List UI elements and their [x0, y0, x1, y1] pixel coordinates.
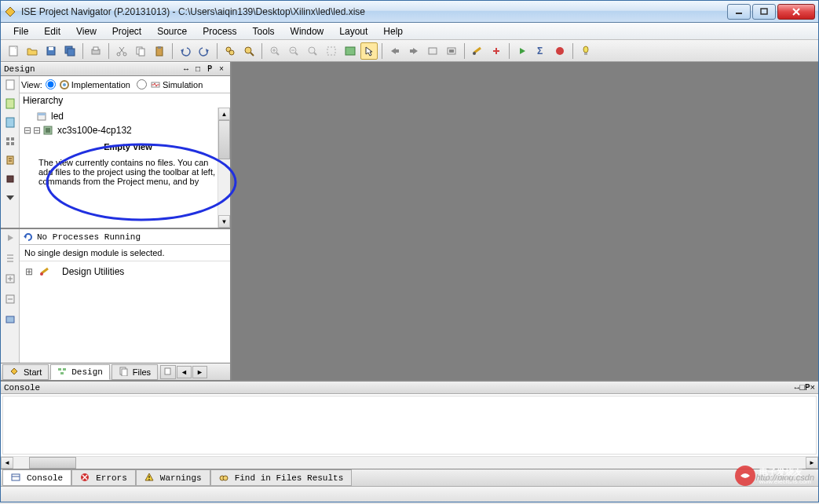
- panel-autohide-icon[interactable]: ₱: [204, 64, 215, 75]
- console-tab[interactable]: Console: [2, 469, 71, 486]
- svg-marker-86: [11, 368, 17, 374]
- save-button[interactable]: [42, 42, 60, 60]
- console-output[interactable]: [2, 396, 817, 455]
- scroll-thumb[interactable]: [218, 120, 230, 159]
- design-utilities-row[interactable]: ⊞ Design Utilities: [24, 265, 225, 279]
- tab-prev-icon[interactable]: ◄: [177, 366, 192, 378]
- goto-button[interactable]: [424, 42, 441, 60]
- zoom-fit-button[interactable]: [304, 42, 321, 60]
- maximize-button[interactable]: [752, 4, 776, 20]
- menu-window[interactable]: Window: [283, 24, 332, 38]
- proc-view-icon[interactable]: [3, 312, 17, 327]
- start-tab[interactable]: Start: [2, 364, 49, 380]
- undo-button[interactable]: [177, 42, 194, 60]
- device-name: xc3s100e-4cp132: [57, 125, 132, 136]
- panel-float-icon[interactable]: □: [192, 64, 203, 75]
- files-tab[interactable]: Files: [112, 364, 158, 380]
- panel-dock-left-icon[interactable]: ↔: [181, 64, 192, 75]
- copy-button[interactable]: [132, 42, 149, 60]
- run-button[interactable]: [514, 42, 531, 60]
- svg-point-47: [473, 52, 476, 55]
- implementation-radio[interactable]: [46, 79, 56, 89]
- hierarchy-tree[interactable]: led ⊟ ⊟ xc3s100e-4cp132 Empty View The v…: [20, 108, 230, 228]
- warnings-tab[interactable]: Warnings: [136, 469, 210, 486]
- print-button[interactable]: [87, 42, 104, 60]
- close-button[interactable]: [777, 4, 815, 20]
- proc-expand-icon[interactable]: [3, 272, 17, 286]
- scroll-down-button[interactable]: ▼: [218, 215, 230, 228]
- simulation-label: Simulation: [163, 80, 203, 89]
- new-source-icon[interactable]: [3, 97, 17, 111]
- menu-source[interactable]: Source: [149, 24, 195, 38]
- pan-button[interactable]: [342, 42, 359, 60]
- cut-button[interactable]: [113, 42, 130, 60]
- new-button[interactable]: [5, 42, 22, 60]
- stop-button[interactable]: [551, 42, 569, 60]
- design-tab[interactable]: Design: [50, 364, 110, 380]
- chip-icon[interactable]: [3, 172, 17, 186]
- run-proc-icon[interactable]: [3, 231, 17, 245]
- proc-collapse-icon[interactable]: [3, 292, 17, 306]
- pointer-button[interactable]: [360, 42, 378, 60]
- source-icon[interactable]: [3, 78, 17, 92]
- expand-icon[interactable]: [3, 191, 17, 205]
- menu-layout[interactable]: Layout: [331, 24, 375, 38]
- save-all-button[interactable]: [61, 42, 79, 60]
- console-dock-icon[interactable]: ↔: [795, 383, 800, 393]
- console-scrollbar[interactable]: ◄ ►: [1, 456, 818, 469]
- panel-close-icon[interactable]: ×: [216, 64, 227, 75]
- redo-button[interactable]: [196, 42, 213, 60]
- strategy-button[interactable]: [488, 42, 505, 60]
- tab-next-icon[interactable]: ►: [192, 366, 207, 378]
- warning-icon: [144, 473, 155, 484]
- menu-edit[interactable]: Edit: [36, 24, 68, 38]
- window-titlebar: ISE Project Navigator (P.20131013) - C:\…: [1, 1, 818, 23]
- find-button[interactable]: [221, 42, 239, 60]
- svg-marker-66: [6, 195, 14, 200]
- menu-project[interactable]: Project: [104, 24, 149, 38]
- svg-rect-61: [11, 142, 14, 145]
- tree-device-row[interactable]: ⊟ ⊟ xc3s100e-4cp132: [23, 123, 227, 137]
- zoom-out-button[interactable]: [285, 42, 302, 60]
- find-results-tab[interactable]: Find in Files Results: [210, 469, 353, 486]
- svg-marker-39: [366, 47, 372, 56]
- simulation-radio[interactable]: [137, 79, 147, 89]
- menu-view[interactable]: View: [68, 24, 104, 38]
- implement-button[interactable]: Σ: [532, 42, 550, 60]
- svg-rect-10: [68, 49, 75, 56]
- constraints-icon[interactable]: [3, 153, 17, 167]
- svg-rect-93: [12, 474, 20, 480]
- hierarchy-scrollbar[interactable]: ▲ ▼: [218, 108, 230, 228]
- menu-help[interactable]: Help: [375, 24, 411, 38]
- menu-process[interactable]: Process: [195, 24, 244, 38]
- menu-file[interactable]: File: [5, 24, 36, 38]
- tree-project-row[interactable]: led: [23, 109, 227, 123]
- grid-icon[interactable]: [3, 134, 17, 148]
- find-files-button[interactable]: [240, 42, 258, 60]
- minimize-button[interactable]: [727, 4, 751, 20]
- tab-more-icon[interactable]: [160, 365, 176, 379]
- back-button[interactable]: [386, 42, 404, 60]
- open-button[interactable]: [24, 42, 41, 60]
- add-source-icon[interactable]: [3, 115, 17, 130]
- svg-rect-49: [495, 48, 497, 54]
- console-autohide-icon[interactable]: ₱: [805, 382, 810, 393]
- errors-tab[interactable]: Errors: [71, 469, 136, 486]
- scroll-up-button[interactable]: ▲: [218, 108, 230, 120]
- svg-marker-50: [520, 48, 525, 54]
- bookmark-button[interactable]: [443, 42, 460, 60]
- zoom-in-button[interactable]: [266, 42, 283, 60]
- menu-tools[interactable]: Tools: [245, 24, 283, 38]
- scroll-left-button[interactable]: ◄: [1, 457, 13, 469]
- help-button[interactable]: [577, 42, 594, 60]
- process-tree[interactable]: ⊞ Design Utilities: [20, 261, 230, 282]
- console-float-icon[interactable]: □: [799, 383, 805, 393]
- settings-button[interactable]: [469, 42, 486, 60]
- forward-button[interactable]: [405, 42, 422, 60]
- console-close-icon[interactable]: ×: [810, 383, 815, 393]
- svg-point-85: [40, 272, 43, 276]
- h-scroll-thumb[interactable]: [29, 457, 76, 469]
- paste-button[interactable]: [151, 42, 168, 60]
- zoom-select-button[interactable]: [323, 42, 340, 60]
- proc-tree-icon[interactable]: [3, 251, 17, 265]
